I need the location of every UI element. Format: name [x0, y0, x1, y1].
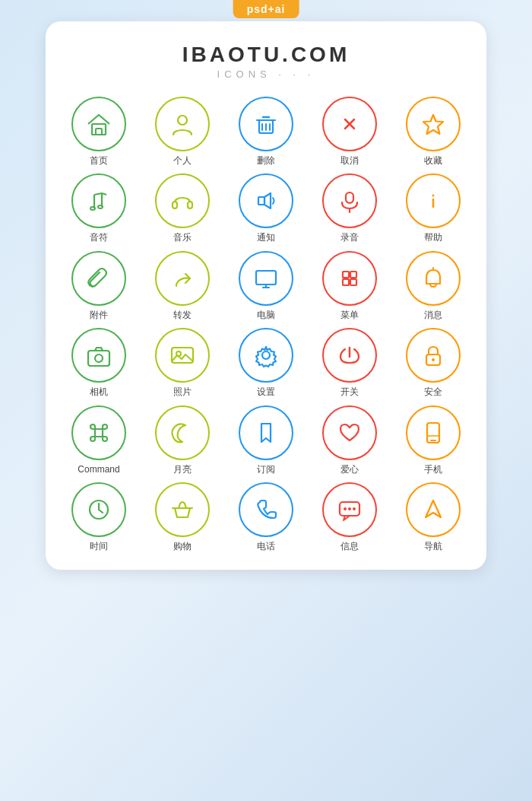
- icon-item-power[interactable]: 开关: [312, 328, 388, 397]
- icon-item-camera[interactable]: 相机: [61, 328, 137, 397]
- icon-item-headphone[interactable]: 音乐: [144, 173, 220, 243]
- icon-label-favorite: 收藏: [424, 155, 442, 166]
- icon-item-attach[interactable]: 附件: [61, 251, 137, 320]
- icon-label-help: 帮助: [424, 232, 442, 243]
- icon-label-photo: 照片: [173, 386, 192, 397]
- icon-item-notification[interactable]: 通知: [228, 173, 304, 243]
- icon-label-command: Command: [78, 464, 119, 475]
- svg-marker-50: [426, 501, 441, 517]
- icon-label-computer: 电脑: [257, 310, 275, 320]
- icons-grid: 首页个人删除取消收藏音符音乐通知录音帮助附件转发电脑菜单消息相机照片设置开关安全…: [61, 97, 471, 551]
- icon-circle-favorite: [406, 97, 461, 151]
- icon-item-message[interactable]: 消息: [395, 251, 471, 320]
- icon-circle-home: [71, 97, 126, 151]
- icon-circle-settings: [239, 328, 293, 383]
- icon-circle-mic: [322, 173, 377, 228]
- icon-item-favorite[interactable]: 收藏: [395, 97, 471, 166]
- icon-circle-sms: [322, 482, 377, 537]
- svg-rect-1: [96, 129, 102, 135]
- svg-rect-36: [172, 348, 193, 363]
- icon-item-cancel[interactable]: 取消: [312, 97, 388, 166]
- svg-rect-18: [173, 202, 177, 208]
- icon-label-shop: 购物: [173, 541, 192, 551]
- svg-point-25: [432, 195, 435, 197]
- icon-circle-heart: [322, 405, 377, 460]
- svg-rect-32: [350, 279, 356, 285]
- icon-item-security[interactable]: 安全: [395, 328, 471, 397]
- icon-item-shop[interactable]: 购物: [144, 482, 220, 551]
- icon-item-moon[interactable]: 月亮: [144, 405, 220, 475]
- icon-circle-camera: [71, 328, 126, 383]
- icon-item-menu[interactable]: 菜单: [312, 251, 388, 320]
- icon-label-settings: 设置: [257, 386, 275, 397]
- main-card: IBAOTU.COM ICONS · · · 首页个人删除取消收藏音符音乐通知录…: [46, 21, 486, 570]
- icon-circle-attach: [71, 251, 126, 306]
- icon-label-phone: 电话: [257, 541, 275, 551]
- icon-item-phone-mobile[interactable]: 手机: [395, 405, 471, 475]
- svg-rect-34: [88, 351, 109, 366]
- icon-circle-subscribe: [239, 405, 293, 460]
- icon-label-moon: 月亮: [173, 464, 192, 475]
- icon-circle-power: [322, 328, 377, 383]
- icon-circle-time: [71, 482, 126, 537]
- icon-circle-computer: [239, 251, 293, 306]
- icon-item-person[interactable]: 个人: [144, 97, 220, 166]
- svg-point-41: [432, 358, 435, 361]
- icon-circle-message: [406, 251, 461, 306]
- icon-circle-command: [71, 405, 126, 460]
- svg-point-35: [95, 354, 103, 362]
- card-subtitle: ICONS · · ·: [217, 68, 315, 80]
- icon-item-home[interactable]: 首页: [61, 97, 137, 166]
- icon-item-sms[interactable]: 信息: [312, 482, 388, 551]
- svg-rect-30: [350, 272, 356, 278]
- svg-point-2: [178, 116, 187, 125]
- svg-rect-29: [343, 272, 349, 278]
- icon-circle-person: [155, 97, 210, 151]
- icon-item-settings[interactable]: 设置: [228, 328, 304, 397]
- icon-item-phone[interactable]: 电话: [228, 482, 304, 551]
- icon-item-photo[interactable]: 照片: [144, 328, 220, 397]
- icon-item-forward[interactable]: 转发: [144, 251, 220, 320]
- icon-label-phone-mobile: 手机: [424, 464, 442, 475]
- icon-item-command[interactable]: Command: [61, 405, 137, 475]
- icon-label-person: 个人: [173, 155, 192, 166]
- icon-circle-shop: [155, 482, 210, 537]
- icon-item-subscribe[interactable]: 订阅: [228, 405, 304, 475]
- icon-label-sms: 信息: [340, 541, 359, 551]
- icon-label-attach: 附件: [90, 310, 108, 320]
- icon-item-nav[interactable]: 导航: [395, 482, 471, 551]
- icon-circle-notification: [239, 173, 293, 228]
- svg-marker-11: [423, 115, 443, 134]
- icon-label-camera: 相机: [90, 386, 108, 397]
- svg-rect-26: [256, 271, 276, 284]
- icon-item-heart[interactable]: 爱心: [312, 405, 388, 475]
- icon-circle-forward: [155, 251, 210, 306]
- format-badge: psd+ai: [233, 0, 299, 18]
- icon-item-mic[interactable]: 录音: [312, 173, 388, 243]
- icon-label-forward: 转发: [173, 310, 192, 320]
- svg-rect-19: [188, 202, 192, 208]
- icon-label-mic: 录音: [340, 232, 359, 243]
- svg-rect-31: [343, 279, 349, 285]
- icon-label-subscribe: 订阅: [257, 464, 275, 475]
- svg-point-17: [98, 205, 103, 208]
- icon-item-computer[interactable]: 电脑: [228, 251, 304, 320]
- icon-circle-cancel: [322, 97, 377, 151]
- icon-item-delete[interactable]: 删除: [228, 97, 304, 166]
- icon-circle-menu: [322, 251, 377, 306]
- icon-item-time[interactable]: 时间: [61, 482, 137, 551]
- icon-label-message: 消息: [424, 310, 442, 320]
- icon-circle-phone: [239, 482, 293, 537]
- icon-circle-nav: [406, 482, 461, 537]
- icon-label-home: 首页: [90, 155, 108, 166]
- icon-label-notification: 通知: [257, 232, 275, 243]
- icon-circle-music-note: [71, 173, 126, 228]
- icon-label-security: 安全: [424, 386, 442, 397]
- icon-item-music-note[interactable]: 音符: [61, 173, 137, 243]
- icon-label-power: 开关: [340, 386, 359, 397]
- svg-line-15: [94, 193, 102, 195]
- svg-point-47: [344, 507, 347, 510]
- svg-rect-20: [258, 197, 264, 205]
- icon-item-help[interactable]: 帮助: [395, 173, 471, 243]
- svg-marker-21: [264, 193, 271, 208]
